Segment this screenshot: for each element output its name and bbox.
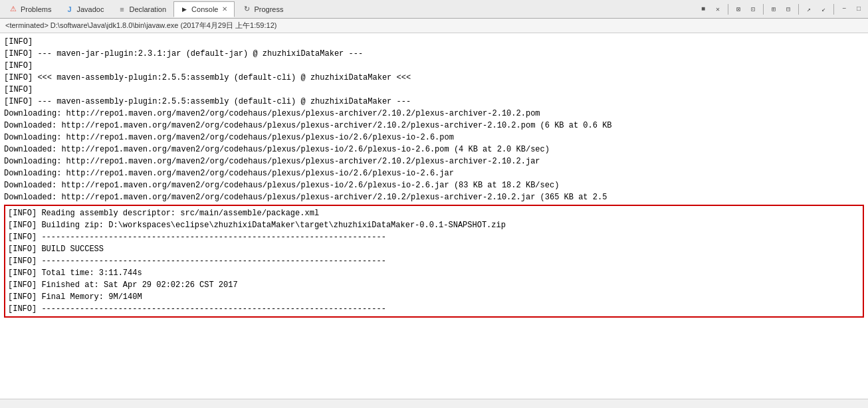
tab-javadoc[interactable]: Javadoc <box>58 1 110 17</box>
highlighted-log-line: [INFO] ---------------------------------… <box>8 231 860 243</box>
log-lines-container: [INFO] [INFO] --- maven-jar-plugin:2.3.1… <box>4 36 864 203</box>
problems-icon <box>9 5 18 14</box>
console-header-text: <terminated> D:\software\Java\jdk1.8.0\b… <box>5 21 276 31</box>
console-tab-close[interactable]: ✕ <box>221 5 229 13</box>
console-icon <box>179 5 189 14</box>
separator-4 <box>833 4 834 15</box>
highlighted-log-line: [INFO] Final Memory: 9M/140M <box>8 291 860 303</box>
declaration-icon <box>117 5 126 14</box>
console-header: <terminated> D:\software\Java\jdk1.8.0\b… <box>0 19 868 33</box>
pin-console-button[interactable]: ↗ <box>802 3 815 16</box>
tab-progress-label: Progress <box>254 5 283 13</box>
log-line: Downloading: http://repo1.maven.org/mave… <box>4 132 864 144</box>
tab-problems-label: Problems <box>21 5 51 13</box>
stop-button[interactable]: ■ <box>697 3 710 16</box>
console-content[interactable]: [INFO] [INFO] --- maven-jar-plugin:2.3.1… <box>0 33 868 399</box>
log-line: [INFO] --- maven-jar-plugin:2.3.1:jar (d… <box>4 48 864 60</box>
log-line: [INFO] <box>4 84 864 96</box>
tab-problems[interactable]: Problems <box>3 1 57 17</box>
log-line: Downloading: http://repo1.maven.org/mave… <box>4 155 864 167</box>
separator-3 <box>798 4 799 15</box>
log-line: [INFO] <<< maven-assembly-plugin:2.5.5:a… <box>4 72 864 84</box>
console-body: [INFO] [INFO] --- maven-jar-plugin:2.3.1… <box>0 33 868 399</box>
maximize-button[interactable]: □ <box>852 3 865 16</box>
separator-1 <box>728 4 728 15</box>
log-line: Downloaded: http://repo1.maven.org/maven… <box>4 179 864 191</box>
tab-bar: Problems Javadoc Declaration Console ✕ P… <box>0 0 868 19</box>
highlighted-log-line: [INFO] BUILD SUCCESS <box>8 243 860 255</box>
highlighted-log-line: [INFO] Reading assembly descriptor: src/… <box>8 207 860 219</box>
highlighted-section: [INFO] Reading assembly descriptor: src/… <box>4 205 864 318</box>
clear-console-button[interactable]: ⊡ <box>746 3 760 16</box>
tab-declaration-label: Declaration <box>129 5 166 13</box>
log-line: [INFO] <box>4 36 864 48</box>
minimize-button[interactable]: − <box>837 3 851 16</box>
horizontal-scroll-area[interactable] <box>3 399 865 409</box>
javadoc-icon <box>64 5 74 14</box>
tab-javadoc-label: Javadoc <box>76 5 104 13</box>
bottom-bar <box>0 399 868 408</box>
log-line: Downloaded: http://repo1.maven.org/maven… <box>4 120 864 132</box>
highlighted-log-line: [INFO] Building zip: D:\workspaces\eclip… <box>8 219 860 231</box>
tab-console-label: Console <box>191 5 218 13</box>
tab-progress[interactable]: Progress <box>236 1 289 17</box>
toolbar-right: ■ ✕ ⊠ ⊡ ⊞ ⊟ ↗ ↙ − □ <box>697 3 865 16</box>
highlighted-log-line: [INFO] ---------------------------------… <box>8 303 860 315</box>
word-wrap-button[interactable]: ⊟ <box>782 3 795 16</box>
log-line: [INFO] <box>4 60 864 72</box>
tab-console[interactable]: Console ✕ <box>173 1 235 17</box>
separator-2 <box>763 4 764 15</box>
tab-declaration[interactable]: Declaration <box>111 1 172 17</box>
remove-launches-button[interactable]: ⊠ <box>732 3 745 16</box>
highlighted-log-line: [INFO] ---------------------------------… <box>8 255 860 267</box>
highlighted-log-line: [INFO] Finished at: Sat Apr 29 02:02:26 … <box>8 279 860 291</box>
log-line: Downloaded: http://repo1.maven.org/maven… <box>4 144 864 155</box>
highlighted-log-line: [INFO] Total time: 3:11.744s <box>8 267 860 279</box>
log-line: Downloading: http://repo1.maven.org/mave… <box>4 108 864 120</box>
log-line: Downloaded: http://repo1.maven.org/maven… <box>4 191 864 203</box>
scroll-lock-button[interactable]: ⊞ <box>767 3 780 16</box>
log-line: Downloading: http://repo1.maven.org/mave… <box>4 167 864 179</box>
log-line: [INFO] --- maven-assembly-plugin:2.5.5:a… <box>4 96 864 108</box>
progress-icon <box>242 5 251 14</box>
terminate-button[interactable]: ✕ <box>711 3 724 16</box>
open-console-button[interactable]: ↙ <box>817 3 830 16</box>
